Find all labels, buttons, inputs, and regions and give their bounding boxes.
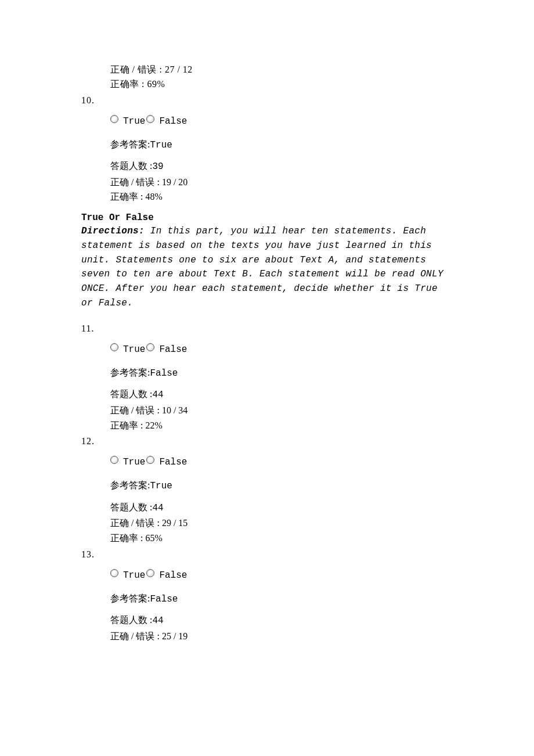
rate-line: 正确率 : 48% [110, 189, 453, 204]
correct-wrong-label: 正确 / 错误 : [110, 177, 162, 187]
radio-icon[interactable] [146, 456, 154, 464]
page: 正确 / 错误 : 27 / 12 正确率 : 69% 10. True Fal… [0, 0, 534, 756]
radio-icon[interactable] [110, 456, 118, 464]
answer-label: 参考答案: [110, 139, 150, 149]
correct-wrong-value: 10 / 34 [162, 405, 187, 415]
rate-value: 65% [145, 533, 162, 543]
correct-wrong-line: 正确 / 错误 : 29 / 15 [110, 516, 453, 531]
option-true-label[interactable]: True [123, 344, 145, 355]
option-false-label[interactable]: False [159, 457, 187, 467]
correct-wrong-label: 正确 / 错误 : [110, 64, 165, 74]
option-true-label[interactable]: True [123, 570, 145, 581]
q-prev-stats: 正确 / 错误 : 27 / 12 正确率 : 69% [110, 63, 453, 92]
answer-label: 参考答案: [110, 480, 150, 490]
radio-icon[interactable] [110, 569, 118, 577]
q13-answer-block: 参考答案:False 答题人数 :44 正确 / 错误 : 25 / 19 [110, 591, 453, 644]
question-number-10: 10. [81, 95, 453, 106]
correct-wrong-label: 正确 / 错误 : [110, 405, 162, 415]
option-false-label[interactable]: False [159, 570, 187, 581]
q13-options: True False [110, 570, 453, 581]
option-false-label[interactable]: False [159, 344, 187, 355]
respondent-count: 答题人数 :44 [110, 387, 453, 403]
rate-label: 正确率 : [110, 420, 145, 430]
rate-value: 22% [145, 420, 162, 430]
correct-wrong-value: 25 / 19 [162, 631, 187, 641]
count-value: 44 [152, 615, 163, 626]
option-true-label[interactable]: True [123, 116, 145, 127]
section-title: True Or False [81, 213, 453, 223]
correct-wrong-value: 19 / 20 [162, 177, 187, 187]
answer-label: 参考答案: [110, 368, 150, 377]
answer-value: True [150, 140, 172, 150]
radio-icon[interactable] [146, 569, 154, 577]
answer-value: True [150, 481, 172, 491]
q10-answer-block: 参考答案:True 答题人数 :39 正确 / 错误 : 19 / 20 正确率… [110, 137, 453, 204]
question-number-12: 12. [81, 436, 453, 447]
radio-icon[interactable] [110, 115, 118, 123]
correct-wrong-label: 正确 / 错误 : [110, 631, 162, 641]
correct-wrong-line: 正确 / 错误 : 19 / 20 [110, 175, 453, 190]
directions-label: Directions: [81, 226, 145, 236]
directions-text: In this part, you will hear ten statemen… [81, 226, 443, 308]
rate-label: 正确率 : [110, 79, 147, 89]
q11-answer-block: 参考答案:False 答题人数 :44 正确 / 错误 : 10 / 34 正确… [110, 365, 453, 433]
q10-options: True False [110, 116, 453, 127]
radio-icon[interactable] [110, 343, 118, 351]
reference-answer: 参考答案:True [110, 478, 453, 494]
answer-value: False [150, 594, 178, 604]
respondent-count: 答题人数 :44 [110, 500, 453, 516]
correct-wrong-line: 正确 / 错误 : 27 / 12 [110, 63, 453, 77]
option-true-label[interactable]: True [123, 457, 145, 467]
question-number-13: 13. [81, 549, 453, 560]
count-label: 答题人数 : [110, 161, 152, 171]
rate-line: 正确率 : 22% [110, 418, 453, 433]
rate-label: 正确率 : [110, 192, 145, 201]
section-directions: Directions: In this part, you will hear … [81, 224, 453, 311]
q11-options: True False [110, 344, 453, 355]
count-value: 44 [152, 390, 163, 400]
answer-label: 参考答案: [110, 593, 150, 603]
count-label: 答题人数 : [110, 502, 152, 512]
correct-wrong-line: 正确 / 错误 : 25 / 19 [110, 629, 453, 644]
rate-value: 69% [147, 79, 165, 89]
radio-icon[interactable] [146, 115, 154, 123]
question-number-11: 11. [81, 323, 453, 334]
q12-answer-block: 参考答案:True 答题人数 :44 正确 / 错误 : 29 / 15 正确率… [110, 478, 453, 545]
count-value: 39 [152, 161, 163, 172]
q12-options: True False [110, 457, 453, 467]
correct-wrong-label: 正确 / 错误 : [110, 518, 162, 528]
rate-line: 正确率 : 69% [110, 77, 453, 92]
answer-value: False [150, 368, 178, 379]
count-label: 答题人数 : [110, 389, 152, 399]
reference-answer: 参考答案:True [110, 137, 453, 153]
rate-line: 正确率 : 65% [110, 531, 453, 546]
rate-label: 正确率 : [110, 533, 145, 543]
rate-value: 48% [145, 192, 162, 201]
correct-wrong-value: 29 / 15 [162, 518, 187, 528]
correct-wrong-line: 正确 / 错误 : 10 / 34 [110, 403, 453, 418]
reference-answer: 参考答案:False [110, 591, 453, 607]
respondent-count: 答题人数 :39 [110, 159, 453, 175]
option-false-label[interactable]: False [159, 116, 187, 127]
radio-icon[interactable] [146, 343, 154, 351]
count-value: 44 [152, 503, 163, 513]
correct-wrong-value: 27 / 12 [165, 64, 193, 74]
reference-answer: 参考答案:False [110, 365, 453, 381]
respondent-count: 答题人数 :44 [110, 613, 453, 629]
count-label: 答题人数 : [110, 615, 152, 625]
